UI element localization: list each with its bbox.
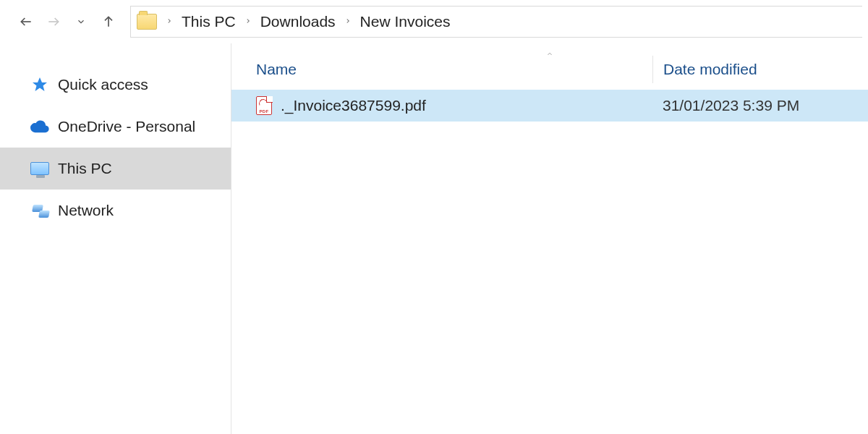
nav-buttons	[6, 12, 126, 32]
back-button[interactable]	[16, 12, 36, 32]
sidebar-item-label: Quick access	[58, 76, 148, 93]
sidebar-item-label: This PC	[58, 160, 112, 177]
sidebar-item-onedrive[interactable]: OneDrive - Personal	[0, 106, 231, 148]
star-icon	[30, 75, 49, 94]
column-header-name[interactable]: Name	[231, 61, 652, 78]
breadcrumb-item-2[interactable]: New Invoices	[357, 10, 454, 33]
sidebar-item-quick-access[interactable]: Quick access	[0, 64, 231, 106]
file-row[interactable]: ._Invoice3687599.pdf 31/01/2023 5:39 PM	[231, 90, 868, 122]
monitor-icon	[30, 159, 49, 178]
sidebar: Quick access OneDrive - Personal This PC…	[0, 43, 231, 434]
address-bar[interactable]: This PC Downloads New Invoices	[130, 6, 862, 38]
svg-marker-3	[33, 77, 47, 91]
main: Quick access OneDrive - Personal This PC…	[0, 43, 868, 434]
folder-icon	[137, 14, 157, 30]
chevron-right-icon	[339, 16, 357, 28]
sort-indicator-icon	[545, 48, 555, 61]
column-header-date[interactable]: Date modified	[652, 56, 868, 83]
sidebar-item-network[interactable]: Network	[0, 190, 231, 231]
chevron-right-icon	[160, 16, 179, 28]
topbar: This PC Downloads New Invoices	[0, 0, 868, 43]
up-button[interactable]	[98, 12, 119, 32]
sidebar-item-label: OneDrive - Personal	[58, 118, 195, 135]
pdf-file-icon	[256, 96, 272, 115]
breadcrumb-item-0[interactable]: This PC	[179, 10, 239, 33]
file-name-cell: ._Invoice3687599.pdf	[231, 96, 652, 115]
recent-locations-dropdown[interactable]	[71, 12, 91, 32]
breadcrumb-item-1[interactable]: Downloads	[258, 10, 339, 33]
file-date-cell: 31/01/2023 5:39 PM	[652, 97, 868, 114]
sidebar-item-this-pc[interactable]: This PC	[0, 148, 231, 190]
cloud-icon	[30, 117, 49, 136]
network-icon	[30, 201, 49, 220]
chevron-right-icon	[239, 16, 258, 28]
sidebar-item-label: Network	[58, 202, 114, 219]
file-name: ._Invoice3687599.pdf	[281, 97, 426, 114]
file-list: Name Date modified ._Invoice3687599.pdf …	[231, 43, 868, 434]
forward-button[interactable]	[43, 12, 64, 32]
